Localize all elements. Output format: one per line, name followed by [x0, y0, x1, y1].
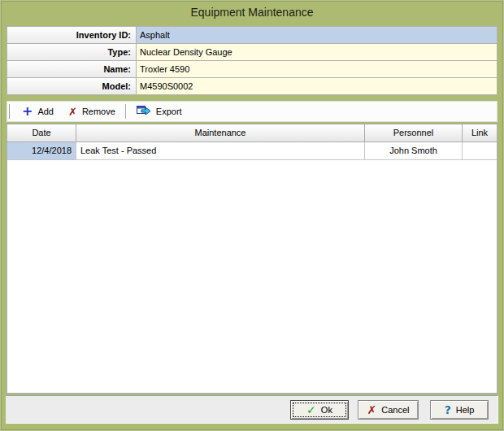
help-button[interactable]: ? Help [430, 400, 489, 420]
cell-date[interactable]: 12/4/2018 [7, 142, 76, 160]
footer-panel [6, 395, 498, 424]
title-bar: Equipment Maintenance [0, 0, 504, 24]
remove-x-icon: ✗ [68, 107, 77, 117]
type-label: Type: [7, 43, 137, 61]
column-header-date[interactable]: Date [7, 124, 76, 142]
remove-button-label: Remove [82, 107, 115, 116]
cell-link[interactable] [463, 142, 497, 160]
export-icon [137, 106, 151, 118]
plus-icon: + [22, 105, 33, 118]
table-header: Date Maintenance Personnel Link [7, 124, 497, 142]
cell-maintenance[interactable]: Leak Test - Passed [76, 142, 365, 160]
equipment-maintenance-dialog: Equipment Maintenance Inventory ID: Asph… [0, 0, 504, 431]
maintenance-table: Date Maintenance Personnel Link 12/4/201… [7, 124, 497, 394]
form-row-inventory-id: Inventory ID: Asphalt [7, 26, 497, 44]
help-button-label: Help [456, 405, 475, 415]
form-row-model: Model: M4590S0002 [7, 77, 497, 95]
model-field[interactable]: M4590S0002 [137, 77, 497, 95]
column-header-personnel[interactable]: Personnel [365, 124, 463, 142]
toolbar-grip [9, 104, 11, 119]
column-header-maintenance[interactable]: Maintenance [76, 124, 365, 142]
cancel-x-icon: ✗ [367, 404, 377, 416]
type-field[interactable]: Nuclear Density Gauge [137, 43, 497, 61]
toolbar: + Add ✗ Remove Export [7, 101, 497, 122]
inventory-id-label: Inventory ID: [7, 26, 137, 44]
remove-button[interactable]: ✗ Remove [61, 102, 123, 120]
cell-personnel[interactable]: John Smoth [365, 142, 463, 160]
equipment-form: Inventory ID: Asphalt Type: Nuclear Dens… [7, 26, 497, 95]
inventory-id-field[interactable]: Asphalt [137, 26, 497, 44]
add-button[interactable]: + Add [15, 102, 61, 120]
check-icon: ✓ [306, 404, 316, 416]
column-header-link[interactable]: Link [463, 124, 497, 142]
toolbar-separator [125, 104, 127, 119]
form-row-name: Name: Troxler 4590 [7, 60, 497, 78]
cancel-button[interactable]: ✗ Cancel [358, 400, 419, 420]
ok-button[interactable]: ✓ Ok [290, 400, 349, 420]
export-button-label: Export [156, 107, 182, 116]
add-button-label: Add [37, 107, 54, 116]
ok-button-label: Ok [321, 405, 332, 415]
name-field[interactable]: Troxler 4590 [137, 60, 497, 78]
window-title: Equipment Maintenance [191, 6, 314, 19]
cancel-button-label: Cancel [381, 405, 409, 415]
name-label: Name: [7, 60, 137, 78]
model-label: Model: [7, 77, 137, 95]
export-button[interactable]: Export [129, 102, 189, 120]
question-mark-icon: ? [445, 404, 451, 416]
table-row[interactable]: 12/4/2018 Leak Test - Passed John Smoth [7, 142, 497, 160]
form-row-type: Type: Nuclear Density Gauge [7, 43, 497, 61]
